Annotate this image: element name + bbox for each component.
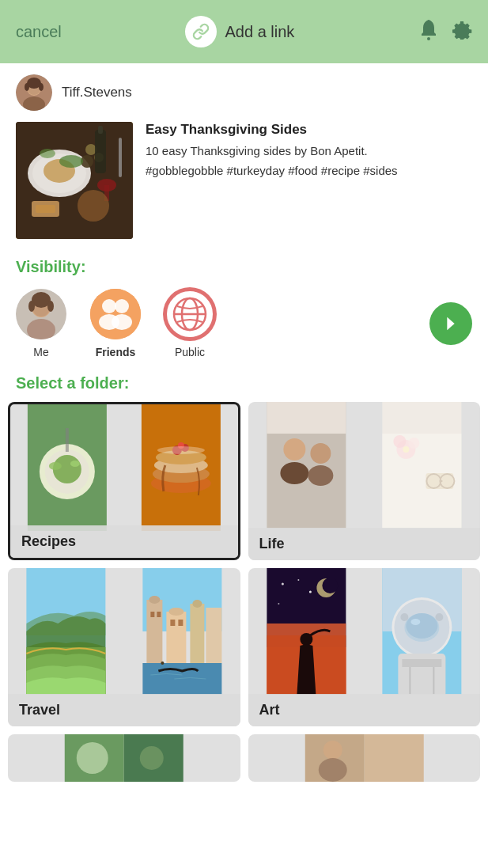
post-title: Easy Thanksgiving Sides [146, 122, 472, 138]
visibility-friends-circle [90, 289, 141, 339]
svg-rect-76 [149, 596, 160, 604]
username: Tiff.Stevens [62, 85, 132, 100]
svg-rect-83 [157, 612, 161, 617]
svg-rect-116 [364, 734, 423, 782]
svg-point-58 [310, 443, 331, 464]
svg-rect-84 [170, 620, 175, 626]
header: cancel Add a link [0, 0, 488, 63]
visibility-me-option[interactable]: Me [16, 289, 66, 358]
svg-point-44 [70, 461, 80, 467]
svg-point-54 [157, 446, 205, 454]
cancel-button[interactable]: cancel [16, 23, 62, 41]
folder-art-label: Art [248, 694, 481, 726]
visibility-public-circle [165, 289, 215, 339]
svg-rect-74 [142, 663, 221, 695]
svg-point-29 [28, 301, 35, 312]
svg-rect-19 [119, 138, 122, 177]
folder-life-images [248, 402, 481, 529]
visibility-me-circle [16, 289, 66, 339]
svg-point-105 [436, 613, 444, 621]
svg-point-86 [161, 661, 164, 665]
svg-rect-81 [206, 608, 221, 663]
folder-partial-left[interactable] [8, 734, 240, 782]
svg-point-114 [140, 746, 164, 770]
svg-point-7 [39, 83, 44, 91]
post-image [16, 122, 133, 239]
header-icons [418, 18, 472, 45]
folder-life-label: Life [248, 528, 481, 560]
folder-recipes-label: Recipes [10, 525, 238, 558]
svg-point-6 [25, 83, 29, 91]
svg-rect-75 [146, 600, 162, 663]
svg-rect-15 [36, 205, 55, 213]
user-row: Tiff.Stevens [0, 63, 488, 122]
svg-rect-13 [104, 185, 109, 201]
svg-rect-60 [267, 402, 346, 434]
visibility-friends-label: Friends [96, 346, 136, 358]
visibility-friends-option[interactable]: Friends [90, 289, 141, 358]
folder-art-img-right [364, 568, 480, 695]
svg-point-43 [49, 462, 62, 470]
folder-partial-right[interactable] [248, 734, 481, 782]
svg-point-117 [323, 741, 342, 760]
avatar [16, 74, 52, 111]
next-button[interactable] [429, 302, 472, 345]
svg-point-93 [308, 591, 311, 593]
post-text: Easy Thanksgiving Sides 10 easy Thanksgi… [146, 122, 472, 180]
svg-point-57 [280, 462, 308, 484]
svg-rect-78 [168, 608, 183, 616]
post-description: 10 easy Thanksgiving sides by Bon Apetit… [146, 142, 472, 159]
svg-point-34 [115, 299, 129, 313]
folder-art[interactable]: Art [248, 568, 481, 726]
folder-recipes-img-right [124, 404, 238, 531]
svg-point-31 [90, 289, 141, 339]
svg-rect-80 [192, 600, 202, 608]
svg-rect-22 [95, 130, 106, 173]
post-hashtags: #gobblegobble #turkeyday #food #recipe #… [146, 162, 472, 180]
folder-recipes[interactable]: Recipes [8, 402, 240, 560]
folder-recipes-img-left [10, 404, 124, 531]
svg-point-0 [427, 37, 430, 40]
svg-rect-45 [66, 428, 69, 452]
folder-section-label: Select a folder: [0, 368, 488, 402]
folder-life-img-left [248, 402, 365, 529]
folder-travel-images [8, 568, 240, 695]
svg-point-20 [59, 155, 83, 168]
svg-rect-70 [383, 434, 462, 529]
svg-point-90 [322, 578, 338, 593]
folder-art-img-left [248, 568, 365, 695]
svg-point-18 [85, 144, 96, 155]
svg-point-32 [102, 299, 116, 313]
folder-travel[interactable]: Travel [8, 568, 240, 726]
food-photo-inner [16, 122, 133, 239]
visibility-label: Visibility: [0, 252, 488, 279]
svg-point-106 [411, 619, 421, 625]
notification-icon[interactable] [418, 18, 439, 45]
svg-rect-79 [190, 604, 204, 663]
folder-art-images [248, 568, 481, 695]
visibility-public-label: Public [175, 346, 205, 358]
svg-point-30 [47, 301, 54, 312]
svg-rect-77 [166, 612, 186, 663]
svg-point-56 [283, 438, 305, 461]
folder-recipes-images [10, 404, 238, 531]
visibility-public-option[interactable]: Public [165, 289, 215, 358]
svg-point-21 [40, 149, 55, 158]
folder-life-img-right [364, 402, 480, 529]
svg-point-92 [297, 579, 299, 581]
visibility-me-label: Me [33, 346, 48, 358]
svg-rect-108 [403, 659, 442, 667]
svg-point-91 [281, 583, 283, 586]
link-icon [185, 16, 217, 47]
folder-grid: Recipes [0, 402, 488, 726]
svg-point-94 [278, 603, 279, 605]
folder-life[interactable]: Life [248, 402, 481, 560]
folder-travel-label: Travel [8, 694, 240, 726]
settings-icon[interactable] [452, 19, 472, 44]
visibility-row: Me Friends Public [0, 279, 488, 368]
svg-rect-23 [98, 126, 103, 134]
header-center: Add a link [185, 16, 294, 47]
svg-point-113 [77, 742, 108, 774]
svg-point-59 [308, 465, 333, 486]
post-preview: Easy Thanksgiving Sides 10 easy Thanksgi… [0, 122, 488, 252]
